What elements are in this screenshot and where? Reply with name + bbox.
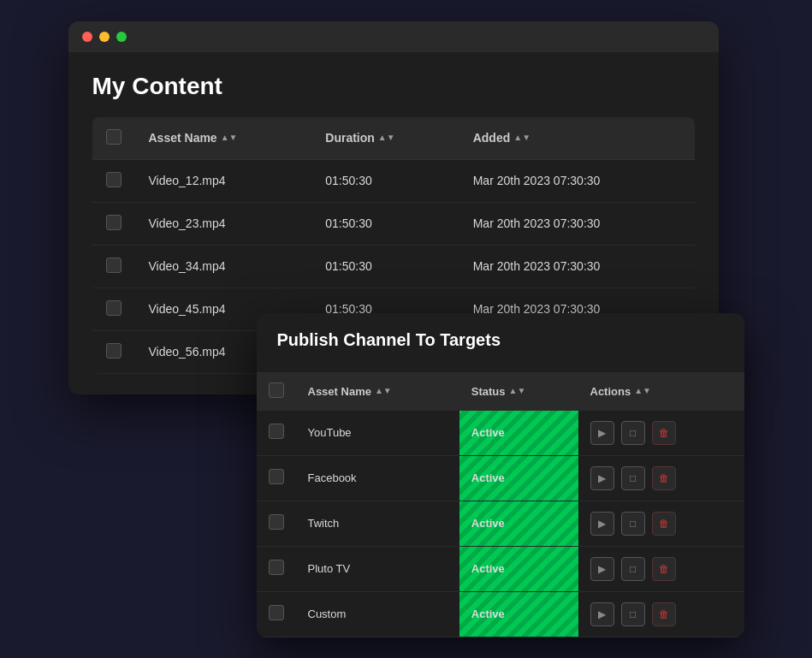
- delete-button[interactable]: 🗑: [652, 421, 676, 445]
- table-row: Video_23.mp4 01:50:30 Mar 20th 2023 07:3…: [92, 202, 695, 245]
- publish-table-row: Twitch Active ▶ □ 🗑: [257, 501, 744, 546]
- pth-checkbox: [257, 372, 296, 411]
- play-button[interactable]: ▶: [590, 466, 614, 490]
- square-check-button[interactable]: □: [621, 557, 645, 581]
- play-button[interactable]: ▶: [590, 602, 614, 626]
- play-button[interactable]: ▶: [590, 421, 614, 445]
- asset-name-sort[interactable]: Asset Name ▲▼: [149, 131, 238, 145]
- pth-asset-name[interactable]: Asset Name ▲▼: [296, 372, 459, 411]
- publish-row-checkbox-cell: [257, 455, 296, 501]
- publish-row-actions: ▶ □ 🗑: [578, 455, 744, 501]
- delete-button[interactable]: 🗑: [652, 602, 676, 626]
- status-badge: Active: [471, 426, 505, 439]
- publish-row-checkbox-4[interactable]: [269, 605, 284, 620]
- publish-row-checkbox-2[interactable]: [269, 514, 284, 530]
- duration-sort[interactable]: Duration ▲▼: [325, 131, 394, 145]
- publish-table-row: YouTube Active ▶ □ 🗑: [257, 411, 744, 456]
- publish-row-asset-name: Twitch: [296, 501, 459, 546]
- publish-row-asset-name: YouTube: [296, 411, 459, 456]
- added-sort[interactable]: Added ▲▼: [473, 131, 530, 145]
- row-duration: 01:50:30: [311, 202, 459, 245]
- duration-sort-icon: ▲▼: [378, 133, 395, 142]
- publish-row-status: Active: [459, 411, 578, 456]
- publish-row-checkbox-3[interactable]: [269, 560, 284, 575]
- p-asset-name-sort-icon: ▲▼: [375, 387, 392, 395]
- status-sort-icon: ▲▼: [509, 387, 526, 395]
- status-badge: Active: [471, 471, 505, 484]
- square-check-button[interactable]: □: [621, 466, 645, 490]
- publish-row-asset-name: Pluto TV: [296, 546, 459, 591]
- publish-row-checkbox-0[interactable]: [269, 424, 284, 439]
- row-checkbox-cell: [92, 159, 135, 202]
- delete-button[interactable]: 🗑: [652, 512, 676, 536]
- publish-table-row: Custom Active ▶ □ 🗑: [257, 591, 744, 637]
- publish-table-row: Pluto TV Active ▶ □ 🗑: [257, 546, 744, 591]
- publish-row-checkbox-1[interactable]: [269, 469, 284, 484]
- square-check-button[interactable]: □: [621, 602, 645, 626]
- row-added: Mar 20th 2023 07:30:30: [459, 159, 695, 202]
- added-sort-icon: ▲▼: [513, 133, 530, 142]
- publish-window: Publish Channel To Targets Asset Name ▲▼: [257, 313, 744, 637]
- action-icons: ▶ □ 🗑: [590, 512, 732, 536]
- delete-button[interactable]: 🗑: [652, 557, 676, 581]
- table-header-row: Asset Name ▲▼ Duration ▲▼: [92, 117, 695, 160]
- minimize-button[interactable]: [99, 32, 110, 42]
- row-checkbox-3[interactable]: [106, 300, 122, 316]
- page-title: My Content: [92, 73, 695, 100]
- square-check-button[interactable]: □: [621, 421, 645, 445]
- p-asset-name-sort[interactable]: Asset Name ▲▼: [308, 385, 392, 398]
- publish-row-status: Active: [459, 546, 578, 591]
- status-sort[interactable]: Status ▲▼: [471, 385, 526, 398]
- table-row: Video_34.mp4 01:50:30 Mar 20th 2023 07:3…: [92, 245, 695, 288]
- delete-button[interactable]: 🗑: [652, 466, 676, 490]
- publish-row-status: Active: [459, 591, 578, 637]
- pth-actions[interactable]: Actions ▲▼: [578, 372, 744, 411]
- action-icons: ▶ □ 🗑: [590, 557, 732, 581]
- publish-row-actions: ▶ □ 🗑: [578, 546, 744, 591]
- row-checkbox-1[interactable]: [106, 215, 122, 230]
- row-checkbox-4[interactable]: [106, 343, 122, 359]
- publish-row-actions: ▶ □ 🗑: [578, 411, 744, 456]
- th-asset-name[interactable]: Asset Name ▲▼: [135, 117, 312, 160]
- row-checkbox-cell: [92, 202, 135, 245]
- publish-row-status: Active: [459, 501, 578, 546]
- row-asset-name: Video_23.mp4: [135, 202, 312, 245]
- actions-sort-icon: ▲▼: [634, 387, 651, 395]
- row-checkbox-0[interactable]: [106, 172, 122, 187]
- row-asset-name: Video_12.mp4: [135, 159, 312, 202]
- row-checkbox-2[interactable]: [106, 258, 122, 273]
- action-icons: ▶ □ 🗑: [590, 421, 732, 445]
- play-button[interactable]: ▶: [590, 557, 614, 581]
- row-checkbox-cell: [92, 288, 135, 330]
- maximize-button[interactable]: [116, 32, 127, 42]
- publish-header-checkbox[interactable]: [269, 382, 284, 398]
- header-checkbox[interactable]: [106, 129, 122, 145]
- th-duration[interactable]: Duration ▲▼: [311, 117, 459, 160]
- pth-status[interactable]: Status ▲▼: [459, 372, 578, 411]
- action-icons: ▶ □ 🗑: [590, 466, 732, 490]
- row-duration: 01:50:30: [311, 245, 459, 288]
- row-checkbox-cell: [92, 330, 135, 373]
- publish-row-checkbox-cell: [257, 591, 296, 637]
- play-button[interactable]: ▶: [590, 512, 614, 536]
- screen-container: My Content Asset Name ▲▼: [68, 21, 744, 637]
- publish-row-status: Active: [459, 455, 578, 501]
- asset-name-sort-icon: ▲▼: [221, 133, 238, 142]
- publish-row-actions: ▶ □ 🗑: [578, 591, 744, 637]
- actions-sort[interactable]: Actions ▲▼: [590, 385, 651, 398]
- publish-row-checkbox-cell: [257, 501, 296, 546]
- status-badge: Active: [471, 562, 505, 575]
- square-check-button[interactable]: □: [621, 512, 645, 536]
- publish-row-actions: ▶ □ 🗑: [578, 501, 744, 546]
- th-checkbox: [92, 117, 135, 160]
- row-added: Mar 20th 2023 07:30:30: [459, 245, 695, 288]
- close-button[interactable]: [82, 32, 92, 42]
- publish-table: Asset Name ▲▼ Status ▲▼ Actions ▲▼: [257, 372, 744, 637]
- publish-header: Publish Channel To Targets: [257, 313, 744, 372]
- status-badge: Active: [471, 608, 505, 620]
- row-duration: 01:50:30: [311, 159, 459, 202]
- th-added[interactable]: Added ▲▼: [459, 117, 695, 160]
- status-badge: Active: [471, 517, 505, 530]
- row-added: Mar 20th 2023 07:30:30: [459, 202, 695, 245]
- publish-table-body: YouTube Active ▶ □ 🗑 Facebook Active ▶ □…: [257, 411, 744, 637]
